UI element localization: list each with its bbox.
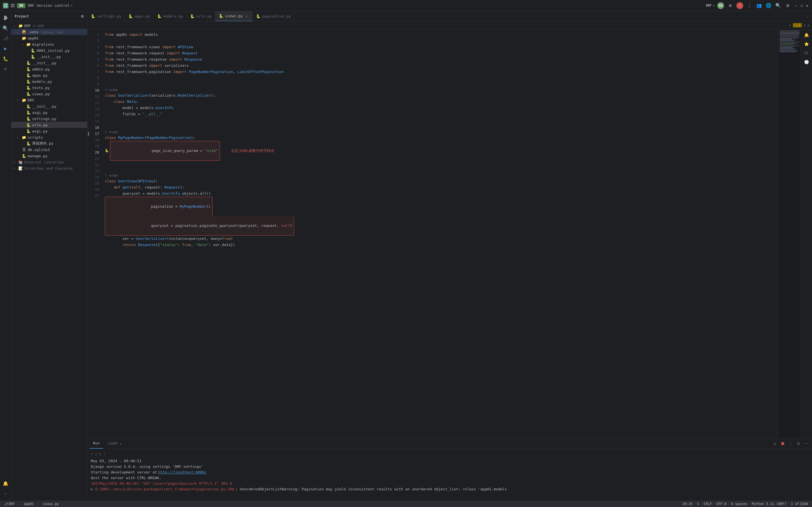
panel-tab-run[interactable]: Run [90, 439, 103, 449]
sidebar-item-models[interactable]: 🐍 models.py [11, 78, 87, 84]
sidebar-item-scratches[interactable]: ▸ 📝 Scratches and Consoles [11, 165, 87, 171]
tab-more-button[interactable]: ⋮ [804, 14, 812, 18]
search-icon[interactable]: 🔍 [775, 2, 781, 9]
tree-label: scripts [28, 135, 85, 139]
tab-pagination[interactable]: 🐍 pagination.py [253, 11, 294, 21]
tab-settings[interactable]: 🐍 settings.py [88, 11, 125, 21]
notification-icon[interactable]: 🔔 [803, 32, 810, 38]
history-icon[interactable]: 🕐 [803, 59, 810, 65]
sidebar-item-scripts[interactable]: ▾ 📁 scripts [11, 134, 87, 140]
sidebar-item-0001[interactable]: 🐍 0001_initial.py [11, 47, 87, 54]
activity-more-icon[interactable]: ⋯ [1, 489, 10, 498]
tab-views[interactable]: 🐍 views.py ✕ [215, 11, 253, 21]
close-button[interactable]: ✕ [805, 4, 809, 8]
user-avatar[interactable]: GS [717, 2, 724, 9]
tab-close-icon[interactable]: ✕ [245, 14, 249, 18]
activity-plugins-icon[interactable]: ⊞ [1, 64, 10, 73]
expand-arrow: ▾ [21, 43, 26, 46]
sidebar-item-manage[interactable]: 🐍 manage.py [11, 153, 87, 159]
expand-warnings-icon[interactable]: ∧ [804, 23, 806, 27]
sidebar-item-drf-pkg[interactable]: ▾ 📁 DRF [11, 97, 87, 103]
collapse-warnings-icon[interactable]: ∨ [808, 23, 810, 27]
sidebar-item-asgi[interactable]: 🐍 asgi.py [11, 109, 87, 116]
status-google[interactable]: G [695, 502, 701, 506]
panel-more-icon[interactable]: ⋮ [787, 440, 794, 447]
sidebar-item-tests[interactable]: 🐍 tests.py [11, 84, 87, 91]
sidebar-content[interactable]: ▾ 📁 DRF E:\DRF ▸ 📦 .venv library root ▾ … [11, 21, 87, 500]
scroll-up-icon[interactable]: ↑ [91, 451, 93, 457]
panel-options-icon[interactable]: ⚙ [795, 440, 802, 447]
sidebar-item-init-mig[interactable]: 🐍 __init__.py [11, 54, 87, 60]
tab-models[interactable]: 🐍 models.py [154, 11, 186, 21]
activity-run-icon[interactable]: ▶ [1, 44, 10, 53]
sidebar-item-external-libs[interactable]: ▸ 📚 External Libraries [11, 159, 87, 165]
py-icon: 🐍 [26, 66, 31, 71]
right-gutter: 🔔 ⭐ AI 🕐 [801, 29, 812, 438]
console-line-1: May 03, 2024 - 09:48:51 [91, 458, 809, 464]
console-toolbar: ↑ ↓ ⤵ ⋮ [91, 451, 809, 457]
status-encoding[interactable]: CRLF [702, 502, 714, 506]
panel-tab-close-icon[interactable]: ✕ [119, 442, 121, 446]
localhost-link[interactable]: http://localhost:8000/ [158, 469, 207, 475]
sidebar-item-admin[interactable]: 🐍 admin.py [11, 66, 87, 72]
status-python[interactable]: Python 3.11 (DRF) [750, 502, 788, 506]
tree-label: tests.py [32, 86, 85, 90]
sidebar-item-migrations[interactable]: ▾ 📁 migrations [11, 41, 87, 47]
activity-debug-icon[interactable]: 🐛 [1, 54, 10, 63]
bookmark-icon[interactable]: ⭐ [803, 41, 810, 47]
sidebar-item-drf-root[interactable]: ▾ 📁 DRF E:\DRF [11, 22, 87, 29]
code-line-1: from app01 import models [105, 32, 778, 38]
plugin-icon[interactable]: ⚙ [727, 2, 734, 9]
filter-icon[interactable]: ⋮ [103, 451, 107, 457]
sidebar-item-settings[interactable]: 🐍 settings.py [11, 116, 87, 122]
scroll-down-icon[interactable]: ↓ [95, 451, 97, 457]
sidebar-item-venv[interactable]: ▸ 📦 .venv library root [11, 29, 87, 35]
sidebar-item-apps[interactable]: 🐍 apps.py [11, 72, 87, 78]
tab-urls[interactable]: 🐍 urls.py [186, 11, 215, 21]
sidebar-item-app01[interactable]: ▾ 📁 app01 [11, 35, 87, 41]
py-icon: 🐍 [26, 128, 31, 133]
console-content: ↑ ↓ ⤵ ⋮ May 03, 2024 - 09:48:51 Django v… [88, 449, 812, 500]
py-icon: 🐍 [21, 153, 26, 158]
status-charset[interactable]: UTF-8 [714, 502, 728, 506]
status-linecount[interactable]: 1 of 3204 [789, 502, 810, 506]
activity-notifications-icon[interactable]: 🔔 [1, 479, 10, 488]
activity-vcs-icon[interactable]: ⎇ [1, 34, 10, 43]
sidebar-item-urls[interactable]: 🐍 urls.py [11, 122, 87, 128]
sidebar-item-views[interactable]: 🐍 views.py [11, 91, 87, 97]
minimize-button[interactable]: − [794, 4, 798, 8]
tab-apps[interactable]: 🐍 apps.py [125, 11, 154, 21]
more-options-icon[interactable]: ⋮ [746, 2, 753, 9]
code-content[interactable]: from app01 import models from rest_frame… [102, 29, 778, 438]
status-file[interactable]: views.py [41, 502, 61, 506]
sidebar-item-db[interactable]: 🗄 db.sqlite3 [11, 147, 87, 153]
hamburger-menu[interactable] [11, 4, 15, 7]
restart-icon[interactable]: ↺ [771, 440, 778, 447]
code-line-7: from rest_framework.pagination import Pa… [105, 69, 778, 75]
status-app01[interactable]: app01 [22, 502, 36, 506]
panel-tab-drf[interactable]: dj DRF ✕ [104, 439, 125, 449]
translate-icon[interactable]: 🌐 [765, 2, 772, 9]
sidebar-item-init-app[interactable]: 🐍 __init__.py [11, 60, 87, 66]
panel-minimize-icon[interactable]: − [803, 440, 810, 447]
sidebar-options-icon[interactable]: ⚙ [81, 13, 84, 19]
window-controls: − ❐ ✕ [794, 4, 809, 8]
status-branch[interactable]: ⎇ DRF [2, 502, 17, 506]
ai-icon[interactable]: AI [803, 50, 810, 56]
wrap-icon[interactable]: ⤵ [99, 451, 101, 457]
sidebar-item-script[interactable]: 🐍 离线脚本.py [11, 140, 87, 147]
expand-arrow: ▾ [17, 99, 21, 102]
sidebar-item-drf-init[interactable]: 🐍 __init__.py [11, 103, 87, 109]
record-button[interactable] [737, 2, 743, 9]
settings-icon[interactable]: ⚙ [784, 2, 791, 9]
maximize-button[interactable]: ❐ [800, 4, 804, 8]
activity-search-icon[interactable]: 🔍 [1, 24, 10, 33]
version-control[interactable]: Version control ▾ [37, 3, 72, 8]
activity-files-icon[interactable] [1, 13, 10, 22]
stop-icon[interactable]: ⏹ [779, 440, 786, 447]
people-icon[interactable]: 👥 [756, 2, 762, 9]
warning-badge[interactable]: ⚠ 1 [793, 23, 802, 27]
sidebar-item-wsgi[interactable]: 🐍 wsgi.py [11, 128, 87, 134]
drf-run-badge[interactable]: DRF ▾ [706, 4, 714, 7]
status-indent[interactable]: 4 spaces [729, 502, 749, 506]
